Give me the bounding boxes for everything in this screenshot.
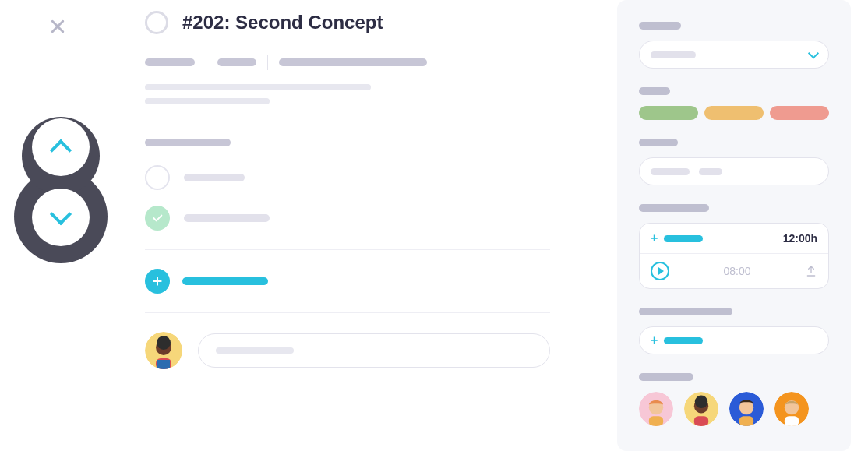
date-placeholder — [651, 168, 690, 175]
subtask-toggle-done[interactable] — [145, 206, 170, 231]
prev-next-navigator — [14, 101, 108, 265]
comment-placeholder — [216, 347, 294, 354]
task-complete-toggle[interactable] — [145, 11, 168, 34]
current-user-avatar — [145, 332, 182, 369]
team-member-avatar[interactable] — [729, 392, 764, 426]
sidebar-dependencies-group: + — [639, 308, 829, 354]
field-label-placeholder — [639, 87, 670, 95]
add-subtask-label-placeholder — [182, 277, 268, 285]
field-label-placeholder — [639, 308, 732, 315]
tag-yellow[interactable] — [704, 106, 764, 120]
subtask-item[interactable] — [145, 165, 550, 190]
field-label-placeholder — [639, 204, 709, 212]
timer-play-button[interactable] — [651, 262, 669, 280]
separator — [206, 55, 206, 70]
timer-current: 08:00 — [723, 265, 750, 277]
sidebar-dates-group — [639, 139, 829, 185]
date-placeholder — [699, 168, 722, 175]
add-time-entry[interactable]: + — [651, 231, 703, 245]
field-label-placeholder — [639, 22, 681, 30]
subtask-label-placeholder — [184, 214, 270, 222]
meta-placeholder — [145, 58, 195, 66]
comment-composer — [145, 332, 550, 369]
team-member-avatar[interactable] — [639, 392, 673, 426]
svg-point-4 — [157, 336, 171, 350]
task-sidebar: + 12:00h 08:00 + — [617, 0, 851, 451]
task-detail-main: #202: Second Concept — [145, 11, 550, 369]
avatar-icon — [145, 332, 182, 369]
play-icon — [658, 267, 664, 275]
avatar-icon — [639, 392, 673, 426]
check-icon — [151, 212, 164, 224]
sidebar-tags-group — [639, 87, 829, 120]
subtask-label-placeholder — [184, 174, 245, 181]
svg-rect-9 — [694, 416, 708, 426]
add-subtask-row[interactable] — [145, 269, 550, 294]
meta-placeholder — [217, 58, 256, 66]
meta-placeholder — [279, 58, 427, 66]
add-dependency-placeholder — [664, 337, 703, 344]
time-total: 12:00h — [783, 232, 817, 245]
field-label-placeholder — [639, 139, 678, 146]
add-dependency-field[interactable]: + — [639, 326, 829, 354]
prev-task-button[interactable] — [32, 118, 90, 176]
svg-point-11 — [695, 396, 708, 408]
date-field[interactable] — [639, 157, 829, 185]
chevron-down-icon — [808, 48, 819, 58]
close-button[interactable] — [47, 16, 69, 37]
status-select[interactable] — [639, 41, 829, 69]
tag-list — [639, 106, 829, 120]
task-description — [145, 84, 550, 104]
svg-rect-2 — [157, 360, 170, 369]
comment-input[interactable] — [198, 333, 550, 368]
avatar-icon — [774, 392, 809, 426]
add-subtask-button[interactable] — [145, 269, 170, 294]
team-member-avatar[interactable] — [774, 392, 809, 426]
text-placeholder — [145, 84, 371, 90]
upload-icon[interactable] — [805, 265, 817, 277]
time-tracking-card: + 12:00h 08:00 — [639, 223, 829, 289]
subtask-toggle[interactable] — [145, 165, 170, 190]
tag-green[interactable] — [639, 106, 698, 120]
team-member-avatar[interactable] — [684, 392, 718, 426]
divider — [145, 249, 550, 250]
subtasks-heading — [145, 139, 231, 146]
divider — [145, 312, 550, 313]
subtask-item[interactable] — [145, 206, 550, 231]
field-label-placeholder — [639, 373, 693, 381]
sidebar-status-group — [639, 22, 829, 69]
plus-icon: + — [651, 231, 658, 245]
task-meta-row — [145, 55, 550, 70]
select-value-placeholder — [651, 51, 696, 58]
avatar-icon — [729, 392, 764, 426]
team-avatars — [639, 392, 829, 426]
task-title: #202: Second Concept — [182, 12, 383, 33]
time-entry-placeholder — [664, 235, 703, 242]
plus-icon — [151, 275, 164, 287]
text-placeholder — [145, 98, 270, 104]
svg-rect-16 — [785, 416, 799, 426]
chevron-down-icon — [50, 203, 72, 225]
sidebar-team-group — [639, 373, 829, 426]
tag-red[interactable] — [770, 106, 829, 120]
chevron-up-icon — [50, 139, 72, 161]
avatar-icon — [684, 392, 718, 426]
svg-rect-13 — [739, 416, 753, 426]
next-task-button[interactable] — [32, 189, 90, 246]
svg-rect-6 — [649, 416, 663, 426]
sidebar-time-group: + 12:00h 08:00 — [639, 204, 829, 289]
separator — [267, 55, 268, 70]
plus-icon: + — [651, 333, 658, 347]
